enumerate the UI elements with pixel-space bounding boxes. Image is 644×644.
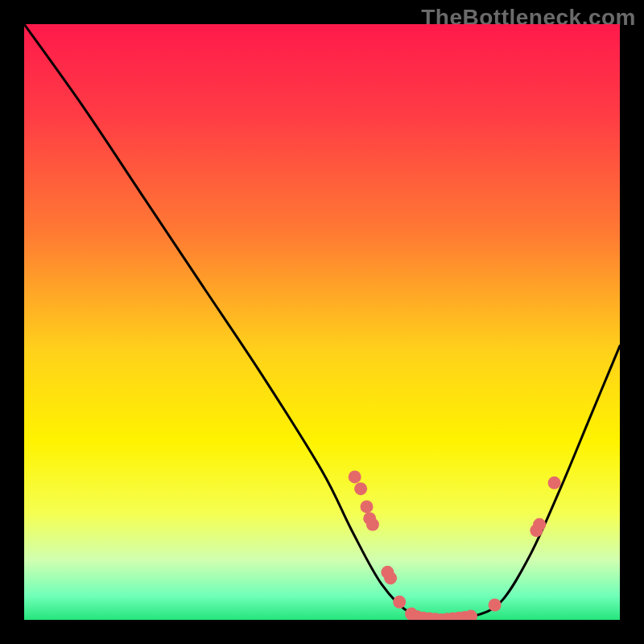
chart-marker [349, 470, 361, 483]
chart-marker [366, 518, 379, 531]
chart-plot-area [24, 24, 620, 620]
chart-marker [489, 599, 502, 612]
chart-marker [533, 518, 546, 531]
chart-marker [384, 572, 397, 584]
chart-marker [354, 482, 367, 495]
chart-marker [548, 477, 561, 489]
chart-stage: TheBottleneck.com [0, 0, 644, 644]
chart-marker [361, 500, 374, 513]
chart-svg [24, 24, 620, 620]
chart-marker [393, 596, 406, 609]
